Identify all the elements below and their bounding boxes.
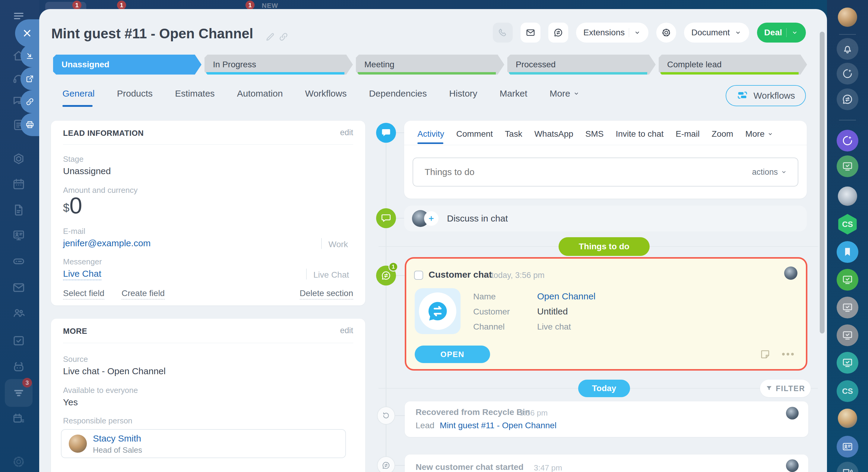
filter-button[interactable]: FILTER [760, 380, 811, 397]
tab-activity[interactable]: Activity [417, 129, 444, 139]
checkbox[interactable] [414, 271, 423, 280]
stage-unassigned[interactable]: Unassigned [53, 55, 202, 75]
tab-zoom[interactable]: Zoom [712, 129, 734, 139]
call-button[interactable] [493, 23, 513, 42]
sidebar-item-tasks[interactable] [12, 334, 26, 348]
sidebar-item-sites[interactable] [12, 229, 26, 242]
dot [791, 353, 794, 355]
deal-button[interactable]: Deal [757, 23, 806, 42]
workflows-button[interactable]: Workflows [726, 85, 806, 106]
settings-button[interactable] [656, 23, 676, 42]
tab-market[interactable]: Market [500, 88, 527, 99]
app-button-contacts[interactable] [837, 436, 858, 458]
monitor-check-icon [841, 274, 854, 286]
copy-link-button[interactable] [21, 90, 39, 113]
app-button-monitor-3[interactable] [837, 324, 858, 346]
actions-dropdown[interactable]: actions [752, 168, 798, 177]
name-value[interactable]: Open Channel [537, 291, 595, 301]
chat-button[interactable] [548, 23, 568, 42]
sidebar-item-employees[interactable] [12, 306, 26, 320]
tab-estimates[interactable]: Estimates [175, 88, 215, 99]
stage-in-progress[interactable]: In Progress [205, 55, 353, 75]
plus-icon [427, 214, 435, 223]
app-button-monitor-1[interactable] [837, 269, 858, 291]
document-button[interactable]: Document [684, 23, 749, 42]
select-field-link[interactable]: Select field [63, 289, 104, 299]
messenger-button[interactable] [837, 88, 858, 110]
chat-avatar-cat[interactable] [838, 186, 857, 206]
note-icon[interactable] [760, 349, 771, 360]
user-avatar[interactable] [838, 7, 857, 27]
edit-link[interactable]: edit [340, 326, 353, 335]
open-chat-button[interactable]: OPEN [415, 346, 490, 363]
create-field-link[interactable]: Create field [122, 289, 165, 299]
available-field-label: Available to everyone [63, 386, 138, 395]
tab-history[interactable]: History [449, 88, 477, 99]
tab-comment[interactable]: Comment [456, 129, 493, 139]
copilot-button[interactable] [837, 63, 858, 85]
email-button[interactable] [521, 23, 540, 42]
timeline-entry-recovered: Recovered from Recycle Bin 3:56 pm Lead … [405, 402, 808, 437]
tab-general[interactable]: General [62, 88, 95, 99]
tab-products[interactable]: Products [117, 88, 153, 99]
app-button-monitor-2[interactable] [837, 297, 858, 318]
tab-more-label: More [745, 129, 765, 139]
tab-whatsapp[interactable]: WhatsApp [534, 129, 574, 139]
customer-label: Customer [473, 307, 510, 317]
print-button[interactable] [21, 113, 39, 136]
extensions-button[interactable]: Extensions [576, 23, 648, 42]
app-button-green[interactable] [837, 155, 858, 177]
stage-meeting[interactable]: Meeting [356, 55, 504, 75]
divider [321, 238, 322, 249]
sidebar-item-crm[interactable] [12, 152, 26, 166]
sidebar-item-calendar[interactable] [12, 177, 26, 191]
sidebar-item-documents[interactable] [12, 203, 26, 217]
tab-email[interactable]: E-mail [676, 129, 700, 139]
activity-composer: Activity Comment Task WhatsApp SMS Invit… [404, 121, 807, 199]
sidebar-item-settings[interactable] [12, 455, 26, 469]
scrollbar-thumb[interactable] [820, 32, 825, 333]
app-button-bookmark[interactable] [837, 241, 858, 263]
messenger-field-value[interactable]: Live Chat [63, 269, 101, 280]
email-field-value[interactable]: jenifer@example.com [63, 238, 151, 248]
sidebar-item-sales-funnel[interactable] [12, 386, 26, 400]
tab-task[interactable]: Task [505, 129, 522, 139]
edit-link[interactable]: edit [340, 128, 353, 137]
responsible-name[interactable]: Stacy Smith [93, 433, 141, 444]
restore-icon [381, 411, 391, 420]
app-button-monitor-4[interactable] [837, 352, 858, 374]
tab-invite-to-chat[interactable]: Invite to chat [616, 129, 664, 139]
tab-automation[interactable]: Automation [237, 88, 283, 99]
delete-section-link[interactable]: Delete section [300, 289, 353, 299]
collapse-window-button[interactable] [21, 45, 39, 67]
tab-workflows[interactable]: Workflows [305, 88, 347, 99]
more-actions-button[interactable] [782, 353, 794, 355]
sidebar-item-drive[interactable] [12, 255, 26, 268]
entry-link[interactable]: Mint guest #11 - Open Channel [440, 421, 556, 430]
app-button-broadcast[interactable] [837, 462, 858, 472]
stage-complete-lead[interactable]: Complete lead [659, 55, 807, 75]
timeline-entry-newchat: New customer chat started 3:47 pm [405, 454, 808, 472]
close-panel-button[interactable] [15, 19, 39, 47]
sidebar-item-mail[interactable] [12, 281, 26, 295]
edit-title-icon[interactable] [265, 31, 276, 42]
add-participant-button[interactable] [424, 211, 438, 226]
notifications-button[interactable] [837, 38, 858, 60]
stage-processed[interactable]: Processed [507, 55, 656, 75]
discuss-in-chat[interactable]: Discuss in chat [404, 206, 807, 232]
tab-more[interactable]: More [745, 129, 774, 139]
responsible-person-card[interactable]: Stacy Smith Head of Sales [61, 429, 346, 458]
copy-link-icon[interactable] [278, 31, 289, 42]
tab-sms[interactable]: SMS [585, 129, 604, 139]
chat-outline-icon [381, 213, 392, 224]
open-new-window-button[interactable] [21, 67, 39, 90]
tab-more[interactable]: More [550, 88, 580, 99]
tab-dependencies[interactable]: Dependencies [369, 88, 427, 99]
sidebar-item-schedule[interactable] [12, 412, 26, 426]
app-circle-cs[interactable]: CS [837, 380, 858, 402]
todo-input[interactable] [413, 167, 752, 177]
copilot-app-button[interactable] [837, 130, 858, 151]
chat-avatar-man[interactable] [838, 409, 857, 428]
sidebar-item-ai[interactable] [12, 360, 26, 374]
app-hex-cs[interactable]: CS [837, 214, 858, 235]
